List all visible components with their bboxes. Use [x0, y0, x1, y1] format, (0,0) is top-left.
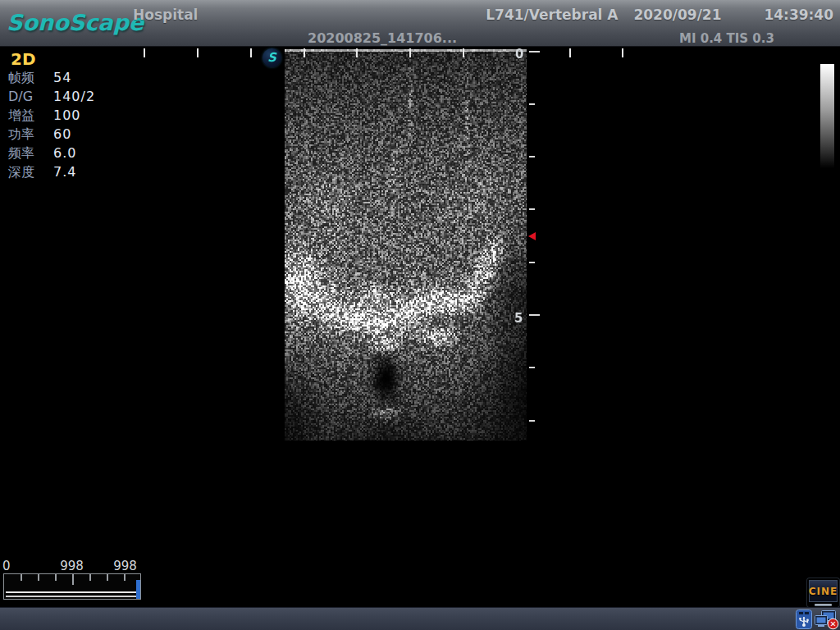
depth-tick: [529, 420, 535, 422]
ultrasound-image: [285, 49, 527, 441]
cine-start: 0: [2, 559, 11, 573]
ruler-tick: [304, 48, 305, 57]
ruler-tick: [409, 48, 411, 57]
exam-date: 2020/09/21: [633, 7, 721, 23]
cine-tick: [55, 574, 57, 581]
depth-tick: [529, 262, 535, 263]
cine-tick: [72, 574, 74, 585]
depth-label-0: 0: [515, 47, 523, 62]
exam-info: L741/Vertebral A 2020/09/21 14:39:40: [486, 7, 833, 23]
ruler-tick: [250, 48, 252, 57]
taskbar: ✕: [0, 607, 840, 630]
focus-marker-icon: [528, 232, 536, 240]
depth-tick: [529, 156, 535, 158]
ruler-tick: [356, 48, 358, 57]
depth-tick: [529, 103, 535, 105]
network-error-icon[interactable]: ✕: [815, 610, 839, 630]
param-depth: 深度 7.4: [8, 164, 131, 183]
sonoscape-s-icon: S: [262, 48, 281, 67]
cine-tick: [38, 574, 39, 581]
param-framerate: 帧频 54: [8, 70, 131, 89]
error-badge-x: ✕: [830, 619, 837, 628]
cine-tick: [124, 574, 126, 581]
cine-tick: [89, 574, 91, 581]
header-bar: SonoScape Hospital L741/Vertebral A 2020…: [0, 0, 840, 47]
ultrasound-screen: SonoScape Hospital L741/Vertebral A 2020…: [0, 0, 840, 630]
param-dg: D/G 140/2: [8, 89, 131, 107]
mode-label: 2D: [11, 49, 36, 69]
cine-thumb[interactable]: [136, 580, 140, 599]
depth-tick: [529, 367, 535, 368]
sonoscape-logo: SonoScape: [7, 10, 144, 35]
param-gain: 增益 100: [8, 107, 131, 126]
cine-tick: [107, 574, 108, 581]
probe-preset: L741/Vertebral A: [486, 7, 618, 23]
ruler-tick: [569, 48, 571, 57]
grayscale-bar: [820, 64, 834, 168]
cine-track: [6, 591, 137, 597]
ruler-tick: [197, 48, 199, 57]
cine-tick: [21, 574, 22, 581]
ruler-tick: [463, 48, 464, 57]
depth-tick: [529, 51, 540, 52]
cine-scrollbar[interactable]: [3, 573, 141, 600]
depth-tick: [529, 314, 540, 316]
cine-total: 998: [110, 559, 140, 573]
depth-tick: [529, 208, 535, 210]
exam-id: 20200825_141706...: [308, 30, 457, 46]
ruler-tick: [622, 48, 623, 57]
exam-time: 14:39:40: [764, 7, 833, 23]
cine-button-screen: CINE: [809, 580, 838, 602]
mi-tis-values: MI 0.4 TIS 0.3: [679, 31, 774, 46]
param-frequency: 频率 6.0: [8, 145, 131, 164]
ruler-tick: [144, 48, 145, 57]
cine-current: 998: [57, 559, 87, 573]
hospital-name: Hospital: [133, 7, 198, 23]
usb-icon[interactable]: [796, 609, 812, 629]
depth-label-5: 5: [514, 311, 523, 326]
cine-button[interactable]: CINE: [806, 578, 840, 608]
param-power: 功率 60: [8, 126, 131, 145]
